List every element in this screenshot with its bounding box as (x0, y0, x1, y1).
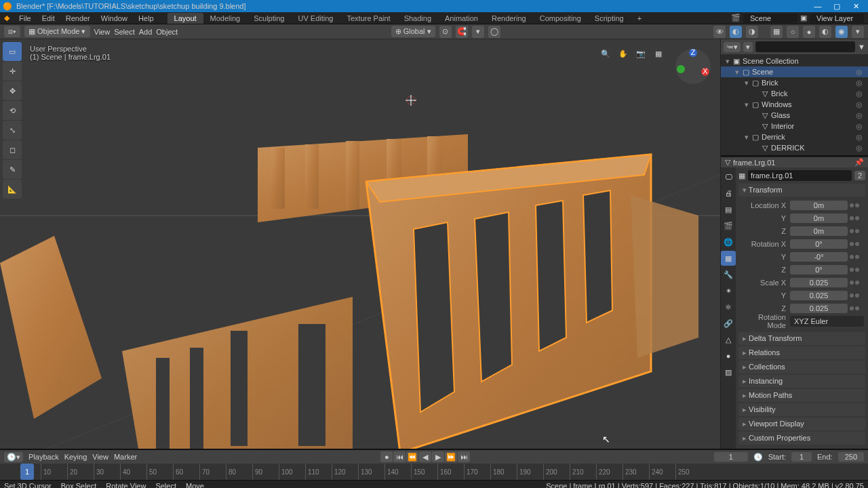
panel-visibility[interactable]: Visibility (738, 403, 865, 416)
outliner-item[interactable]: ▾▢Windows◎ (721, 99, 868, 110)
shading-wire-icon[interactable]: ○ (787, 26, 799, 38)
proptab-texture[interactable]: ▨ (721, 365, 736, 380)
panel-instancing[interactable]: Instancing (738, 375, 865, 388)
menu-render[interactable]: Render (60, 14, 96, 22)
zoom-icon[interactable]: 🔍 (598, 46, 613, 61)
tab-layout[interactable]: Layout (167, 13, 203, 24)
field-loc-x[interactable]: 0m (790, 201, 848, 210)
playhead[interactable]: 1 (20, 464, 34, 480)
tab-add-workspace[interactable]: + (631, 13, 648, 24)
tool-select-box[interactable]: ▭ (3, 42, 22, 61)
proptab-viewlayer[interactable]: ▤ (721, 202, 736, 217)
proportional-icon[interactable]: ◯ (488, 26, 500, 38)
proptab-particles[interactable]: ✴ (721, 283, 736, 298)
timeline-menu-view[interactable]: View (92, 453, 108, 461)
maximize-button[interactable]: ▢ (827, 2, 846, 11)
gizmo-toggle-icon[interactable]: ◐ (730, 26, 742, 38)
visibility-icon[interactable]: 👁 (713, 26, 726, 38)
nav-gizmo[interactable]: X Z (673, 46, 713, 87)
xray-icon[interactable]: ▦ (770, 26, 783, 38)
tab-compositing[interactable]: Compositing (533, 13, 588, 24)
tab-texpaint[interactable]: Texture Paint (340, 13, 397, 24)
active-object-name[interactable]: frame.Lrg.01 (733, 159, 852, 167)
end-frame-field[interactable]: 250 (838, 452, 864, 462)
outliner-display-icon[interactable]: ▾ (743, 42, 753, 52)
proptab-constraints[interactable]: 🔗 (721, 316, 736, 331)
field-scale-y[interactable]: 0.025 (790, 291, 848, 300)
shading-rendered-icon[interactable]: ◉ (835, 26, 848, 38)
keyframe-next-icon[interactable]: ⏩ (445, 451, 457, 462)
tab-rendering[interactable]: Rendering (485, 13, 533, 24)
orientation-selector[interactable]: ⊕ Global ▾ (391, 26, 435, 37)
rotation-mode-dropdown[interactable]: XYZ Euler (790, 316, 864, 327)
outliner-item[interactable]: ▽Glass◎ (721, 110, 868, 121)
start-frame-field[interactable]: 1 (791, 452, 812, 462)
outliner-type-icon[interactable]: ≔▾ (724, 42, 741, 52)
panel-collections[interactable]: Collections (738, 361, 865, 373)
keyframe-prev-icon[interactable]: ⏪ (406, 451, 418, 462)
snap-type-icon[interactable]: ▾ (472, 26, 484, 38)
minimize-button[interactable]: — (808, 2, 827, 10)
tab-sculpting[interactable]: Sculpting (247, 13, 291, 24)
current-frame-field[interactable]: 1 (714, 452, 748, 462)
play-icon[interactable]: ▶ (432, 451, 444, 462)
proptab-physics[interactable]: ⚛ (721, 300, 736, 314)
viewport-menu-add[interactable]: Add (139, 28, 153, 36)
tab-shading[interactable]: Shading (397, 13, 438, 24)
field-rot-z[interactable]: 0° (790, 265, 848, 274)
outliner-item[interactable]: ▽DERRICK◎ (721, 142, 868, 153)
object-name-field[interactable] (748, 170, 852, 181)
pan-icon[interactable]: ✋ (616, 46, 631, 61)
pivot-icon[interactable]: ⊙ (439, 26, 452, 38)
overlay-icon[interactable]: ◑ (746, 26, 758, 38)
panel-delta-transform[interactable]: Delta Transform (738, 332, 865, 345)
proptab-material[interactable]: ● (721, 348, 736, 363)
field-scale-x[interactable]: 0.025 (790, 278, 848, 287)
close-button[interactable]: ✕ (846, 2, 865, 11)
tool-transform[interactable]: ◻ (3, 140, 22, 159)
outliner-item[interactable]: ▽Brick◎ (721, 88, 868, 99)
menu-window[interactable]: Window (96, 14, 133, 22)
tool-scale[interactable]: ⤡ (3, 121, 22, 140)
menu-edit[interactable]: Edit (37, 14, 60, 22)
timeline-menu-marker[interactable]: Marker (114, 453, 137, 461)
menu-file[interactable]: File (14, 14, 37, 22)
tool-annotate[interactable]: ✎ (3, 160, 22, 179)
tool-rotate[interactable]: ⟲ (3, 101, 22, 120)
camera-icon[interactable]: 📷 (633, 46, 648, 61)
field-rot-y[interactable]: -0° (790, 252, 848, 262)
outliner-item[interactable]: ▾▢Brick◎ (721, 77, 868, 88)
viewport-menu-object[interactable]: Object (156, 28, 178, 36)
field-loc-z[interactable]: 0m (790, 226, 848, 236)
editor-type-button[interactable]: ⧇▾ (4, 26, 20, 37)
tab-modeling[interactable]: Modeling (203, 13, 248, 24)
snap-icon[interactable]: 🧲 (456, 26, 468, 38)
shading-solid-icon[interactable]: ● (803, 26, 815, 38)
viewport-menu-select[interactable]: Select (114, 28, 135, 36)
blender-icon[interactable]: ◆ (0, 14, 14, 22)
play-reverse-icon[interactable]: ◀ (419, 451, 431, 462)
proptab-world[interactable]: 🌐 (721, 235, 736, 249)
tab-scripting[interactable]: Scripting (588, 13, 631, 24)
menu-help[interactable]: Help (133, 14, 159, 22)
shading-lookdev-icon[interactable]: ◐ (819, 26, 831, 38)
outliner-item[interactable]: ▾▢Derrick◎ (721, 131, 868, 142)
panel-header-transform[interactable]: Transform (738, 184, 865, 197)
timeline-menu-playback[interactable]: Playback (28, 453, 59, 461)
viewport-menu-view[interactable]: View (94, 28, 111, 36)
timeline-ruler[interactable]: 1 10203040506070809010011012013014015016… (0, 464, 868, 480)
panel-motion-paths[interactable]: Motion Paths (738, 389, 865, 402)
panel-viewport-display[interactable]: Viewport Display (738, 418, 865, 430)
viewlayer-selector[interactable]: View Layer (810, 14, 864, 23)
tool-cursor[interactable]: ✛ (3, 62, 22, 81)
timeline-type-icon[interactable]: 🕒▾ (4, 452, 23, 462)
proptab-object[interactable]: ▦ (721, 251, 736, 266)
proptab-modifiers[interactable]: 🔧 (721, 267, 736, 282)
autokey-icon[interactable]: ● (380, 451, 393, 462)
outliner-item[interactable]: ▽Interior◎ (721, 121, 868, 131)
timeline-menu-keying[interactable]: Keying (64, 453, 87, 461)
proptab-data[interactable]: △ (721, 332, 736, 347)
tab-animation[interactable]: Animation (438, 13, 485, 24)
scene-selector[interactable]: Scene (743, 14, 797, 23)
shading-dropdown-icon[interactable]: ▾ (852, 26, 864, 38)
